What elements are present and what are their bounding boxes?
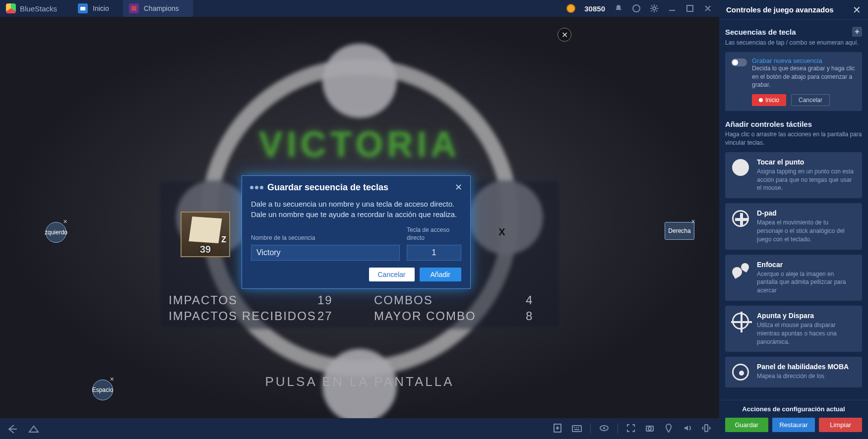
sequence-name-input[interactable] — [251, 245, 400, 261]
location-icon[interactable] — [664, 423, 675, 434]
svg-rect-9 — [576, 427, 577, 428]
panel-close-button[interactable]: ✕ — [853, 4, 861, 16]
panel-title: Controles de juego avanzados — [726, 5, 834, 14]
svg-point-13 — [603, 427, 605, 429]
coin-icon — [566, 4, 575, 13]
svg-rect-16 — [705, 425, 708, 432]
record-sequence-card: Grabar nueva secuencia Decida lo que des… — [725, 52, 862, 111]
titlebar: BlueStacks Inicio Champions 30850 — [0, 0, 719, 17]
sequences-section-title: Secuencias de tecla + — [725, 27, 862, 37]
stat-value: 27 — [317, 309, 333, 323]
item-count: 39 — [182, 244, 229, 255]
panel-footer: Acciones de configuración actual Guardar… — [719, 400, 868, 439]
key-overlay-space[interactable]: Espacio ✕ — [92, 380, 113, 400]
close-icon[interactable]: ✕ — [63, 219, 70, 225]
svg-rect-7 — [572, 426, 581, 432]
install-apk-icon[interactable] — [553, 423, 563, 434]
aim-icon — [731, 312, 750, 330]
record-cancel-button[interactable]: Cancelar — [791, 94, 830, 106]
shake-icon[interactable] — [701, 423, 712, 434]
bottombar — [0, 418, 719, 439]
stat-value: 4 — [526, 293, 533, 307]
tab-home[interactable]: Inicio — [72, 0, 123, 17]
overlay-close-button[interactable]: ✕ — [558, 28, 571, 42]
bluestacks-logo-icon — [6, 3, 16, 13]
control-aim-shoot[interactable]: Apunta y Dispara Utiliza el mouse para d… — [725, 306, 862, 352]
svg-rect-4 — [669, 10, 675, 11]
minimize-button[interactable] — [668, 4, 677, 13]
clear-button[interactable]: Limpiar — [819, 418, 862, 432]
home-app-icon — [78, 3, 88, 13]
tab-champions[interactable]: Champions — [123, 0, 193, 17]
svg-point-3 — [653, 7, 656, 10]
shortcut-key-input[interactable] — [407, 245, 461, 261]
save-sequence-dialog: Guardar secuencia de teclas ✕ Dale a tu … — [242, 175, 471, 289]
svg-rect-1 — [131, 6, 136, 11]
back-icon[interactable] — [7, 423, 18, 434]
game-viewport[interactable]: VICTORIA Z 39 IMPACTOS 19 IMPACTOS RECIB… — [0, 17, 719, 418]
sequence-name-label: Nombre de la secuencia — [251, 234, 400, 242]
control-tap-point[interactable]: Tocar el punto Asigna tapping en un punt… — [725, 152, 862, 198]
key-overlay-x[interactable]: X — [497, 227, 507, 237]
record-link[interactable]: Grabar nueva secuencia — [752, 57, 856, 64]
stat-label: MAYOR COMBO — [374, 309, 476, 323]
svg-point-2 — [633, 5, 640, 12]
champions-app-icon — [129, 3, 139, 13]
key-overlay-right[interactable]: Derecha ✕ — [665, 222, 694, 240]
visibility-icon[interactable] — [599, 423, 610, 434]
advanced-controls-panel: Controles de juego avanzados ✕ Secuencia… — [719, 0, 868, 439]
close-icon[interactable]: ✕ — [110, 376, 117, 383]
camera-icon[interactable] — [645, 423, 656, 434]
tactile-subtitle: Haga clic o arrastre las acciones en la … — [725, 130, 862, 147]
sequences-subtitle: Las secuencias de tap / combo se enumera… — [725, 39, 862, 47]
key-overlay-left[interactable]: zquierdo ✕ — [46, 222, 66, 243]
add-button[interactable]: Añadir — [420, 268, 461, 281]
stat-label: COMBOS — [374, 293, 433, 307]
tab-label: Champions — [144, 4, 179, 12]
close-icon[interactable]: ✕ — [691, 219, 698, 225]
volume-icon[interactable] — [682, 423, 693, 434]
dialog-description: Dale a tu secuencia un nombre y una tecl… — [251, 199, 461, 220]
cancel-button[interactable]: Cancelar — [369, 268, 415, 281]
record-toggle[interactable] — [731, 58, 747, 66]
zoom-icon — [731, 261, 750, 279]
record-description: Decida lo que desea grabar y haga clic e… — [752, 64, 856, 89]
brand-label: BlueStacks — [20, 4, 57, 13]
svg-point-15 — [648, 427, 651, 430]
tactile-section-title: Añadir controles táctiles — [725, 120, 862, 128]
dpad-icon — [731, 209, 750, 228]
fullscreen-icon[interactable] — [626, 423, 637, 434]
save-button[interactable]: Guardar — [725, 418, 768, 432]
restore-button[interactable]: Restaurar — [772, 418, 815, 432]
control-moba[interactable]: Panel de habilidades MOBA Mapea la direc… — [725, 357, 862, 387]
globe-icon[interactable] — [632, 4, 641, 13]
control-zoom[interactable]: Enfocar Acerque o aleje la imagen en pan… — [725, 255, 862, 301]
gear-icon[interactable] — [650, 4, 659, 13]
bell-icon[interactable] — [614, 4, 623, 13]
tap-screen-hint: PULSA EN LA PANTALLA — [265, 374, 454, 389]
moba-icon — [731, 363, 750, 382]
stat-label: IMPACTOS — [169, 293, 238, 307]
record-start-button[interactable]: Inicio — [752, 94, 786, 106]
stat-value: 8 — [526, 309, 533, 323]
reward-item-card: Z 39 — [181, 212, 230, 257]
keyboard-icon[interactable] — [571, 423, 582, 434]
svg-rect-11 — [574, 429, 579, 430]
add-sequence-button[interactable]: + — [852, 27, 862, 37]
svg-rect-8 — [574, 427, 575, 428]
tab-label: Inicio — [93, 4, 109, 12]
svg-rect-5 — [687, 5, 693, 11]
svg-rect-10 — [578, 427, 579, 428]
item-key-label: Z — [221, 235, 226, 244]
dialog-icon — [250, 186, 263, 189]
tap-point-icon — [731, 158, 750, 177]
close-button[interactable] — [703, 4, 712, 13]
svg-rect-0 — [80, 7, 85, 10]
maximize-button[interactable] — [685, 4, 694, 13]
control-dpad[interactable]: D-pad Mapea el movimiento de tu personaj… — [725, 203, 862, 249]
victory-title: VICTORIA — [259, 124, 461, 165]
stat-label: IMPACTOS RECIBIDOS — [169, 309, 316, 323]
dialog-close-button[interactable]: ✕ — [455, 182, 462, 193]
coin-count: 30850 — [584, 4, 605, 13]
home-icon[interactable] — [28, 423, 39, 434]
